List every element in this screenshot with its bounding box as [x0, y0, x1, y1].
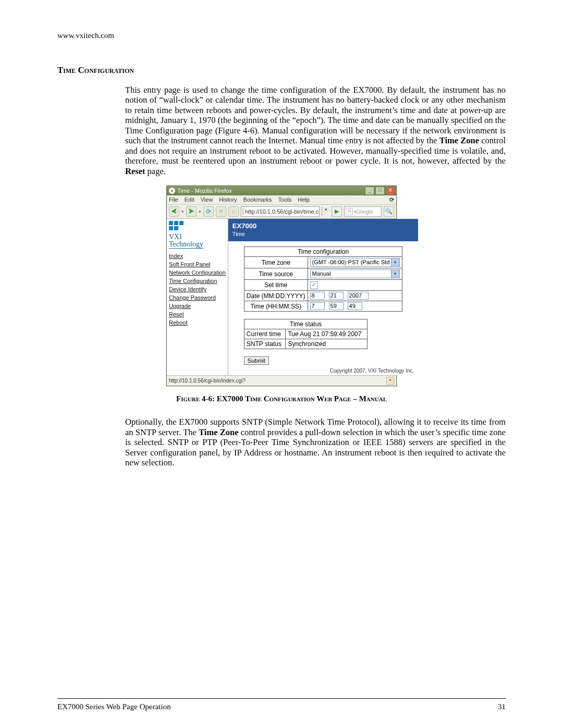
page-favicon-icon	[242, 208, 243, 215]
menubar: File Edit View History Bookmarks Tools H…	[167, 195, 396, 205]
label-timezone: Time zone	[244, 257, 308, 268]
menu-bookmarks[interactable]: Bookmarks	[243, 196, 272, 203]
toolbar: ⮜ ▾ ⮞ ▾ ⟳ ✕ ⌂ http://10.1.0.56/cgi-bin/t…	[167, 205, 396, 219]
firefox-window: ● Time - Mozilla Firefox _ □ ✕ File Edit…	[166, 186, 397, 386]
section-heading: Time Configuration	[57, 65, 506, 76]
value-sntp-status: Synchronized	[286, 339, 368, 349]
url-value: http://10.1.0.56/cgi-bin/time.cgi	[245, 208, 320, 215]
date-month-input[interactable]: 8	[310, 292, 325, 300]
menu-tools[interactable]: Tools	[278, 196, 292, 203]
time-config-table: Time configuration Time zone (GMT -08:00…	[244, 246, 402, 312]
time-status-table: Time status Current time Tue Aug 21 07:5…	[244, 319, 368, 349]
logo-text-1: VXI	[169, 233, 182, 241]
sidebar-link-reboot[interactable]: Reboot	[169, 319, 226, 326]
sidebar-link-time-configuration[interactable]: Time Configuration	[169, 278, 226, 284]
stop-button[interactable]: ✕	[216, 206, 226, 217]
home-button[interactable]: ⌂	[228, 206, 239, 217]
date-day-input[interactable]: 21	[329, 292, 344, 300]
time-sec-input[interactable]: 49	[348, 302, 362, 310]
statusbar: http://10.1.0.56/cgi-bin/index.cgi? ●	[167, 375, 396, 386]
copyright-text: Copyright 2007, VXI Technology Inc.	[228, 367, 418, 375]
cfg-title: Time configuration	[244, 247, 402, 257]
url-input[interactable]: http://10.1.0.56/cgi-bin/time.cgi	[241, 206, 320, 217]
minimize-button[interactable]: _	[365, 187, 374, 195]
chevron-down-icon: ▾	[391, 269, 400, 278]
sidebar-link-index[interactable]: Index	[169, 253, 226, 259]
forward-dropdown-icon[interactable]: ▾	[199, 209, 201, 214]
footer-left: EX7000 Series Web Page Operation	[57, 702, 171, 711]
submit-button[interactable]: Submit	[244, 356, 269, 365]
sidebar-link-change-password[interactable]: Change Password	[169, 294, 226, 301]
search-go-button[interactable]: 🔍	[384, 206, 394, 217]
firefox-status-icon: ●	[386, 377, 394, 385]
main-content: EX7000 Time Time configuration Time zone…	[228, 219, 418, 375]
para1-bold-reset: Reset	[125, 166, 145, 176]
label-sntp-status: SNTP status	[244, 339, 286, 349]
figure-caption: Figure 4-6: EX7000 Time Configuration We…	[57, 394, 506, 403]
maximize-button[interactable]: □	[375, 187, 385, 195]
label-current-time: Current time	[244, 329, 286, 339]
label-timesource: Time source	[244, 268, 308, 280]
menu-edit[interactable]: Edit	[185, 196, 194, 203]
label-date: Date (MM:DD:YYYY)	[244, 291, 308, 301]
menu-file[interactable]: File	[169, 196, 178, 203]
url-history-dropdown[interactable]: ▾	[322, 207, 329, 216]
window-title: Time - Mozilla Firefox	[177, 188, 365, 194]
vxi-logo: VXITechnology	[169, 221, 226, 249]
page-header-url: www.vxitech.com	[57, 31, 506, 40]
time-min-input[interactable]: 59	[329, 302, 344, 310]
throbber-icon: ⟳	[389, 196, 394, 203]
status-text: http://10.1.0.56/cgi-bin/index.cgi?	[169, 378, 246, 384]
time-hour-input[interactable]: 7	[310, 302, 325, 310]
firefox-favicon-icon: ●	[169, 188, 175, 194]
footer-rule	[57, 698, 506, 699]
timezone-select[interactable]: (GMT -08:00) PST (Pacific Std ▾	[310, 258, 400, 267]
paragraph-2: Optionally, the EX7000 supports SNTP (Si…	[57, 417, 506, 467]
banner-page: Time	[232, 231, 414, 237]
timesource-value: Manual	[310, 269, 391, 278]
search-input[interactable]: G▾ Google	[344, 206, 382, 217]
timesource-select[interactable]: Manual ▾	[310, 269, 400, 278]
date-year-input[interactable]: 2007	[348, 292, 369, 300]
sidebar: VXITechnology Index Soft Front Panel Net…	[167, 219, 228, 375]
timezone-value: (GMT -08:00) PST (Pacific Std	[310, 258, 391, 267]
value-current-time: Tue Aug 21 07:59:49 2007	[286, 329, 368, 339]
label-settime: Set time	[244, 280, 308, 291]
back-button[interactable]: ⮜	[169, 206, 179, 217]
sidebar-link-upgrade[interactable]: Upgrade	[169, 303, 226, 309]
menu-view[interactable]: View	[201, 196, 213, 203]
close-button[interactable]: ✕	[386, 187, 395, 195]
settime-checkbox[interactable]: ✓	[310, 281, 318, 289]
reload-button[interactable]: ⟳	[203, 206, 214, 217]
menu-history[interactable]: History	[219, 196, 237, 203]
banner-model: EX7000	[232, 222, 414, 230]
go-button[interactable]: ▶	[332, 206, 342, 217]
footer-page-number: 31	[498, 702, 506, 711]
search-placeholder: Google	[356, 209, 373, 215]
logo-text-2: Technology	[169, 240, 203, 248]
sidebar-link-device-identify[interactable]: Device Identify	[169, 286, 226, 292]
para1-text-c: page.	[145, 166, 165, 176]
chevron-down-icon: ▾	[391, 258, 400, 267]
sidebar-link-soft-front-panel[interactable]: Soft Front Panel	[169, 261, 226, 267]
status-title: Time status	[244, 319, 367, 329]
back-dropdown-icon[interactable]: ▾	[181, 209, 184, 214]
para1-bold-timezone: Time Zone	[439, 135, 479, 145]
paragraph-1: This entry page is used to change the ti…	[57, 85, 506, 176]
para2-bold-timezone: Time Zone	[199, 427, 238, 437]
menu-help[interactable]: Help	[298, 196, 310, 203]
label-time: Time (HH:MM:SS)	[244, 301, 308, 312]
forward-button[interactable]: ⮞	[186, 206, 197, 217]
sidebar-link-network-configuration[interactable]: Network Configuration	[169, 269, 226, 276]
titlebar: ● Time - Mozilla Firefox _ □ ✕	[167, 186, 396, 195]
page-banner: EX7000 Time	[228, 219, 418, 241]
sidebar-link-reset[interactable]: Reset	[169, 311, 226, 317]
google-icon: G	[346, 208, 353, 215]
